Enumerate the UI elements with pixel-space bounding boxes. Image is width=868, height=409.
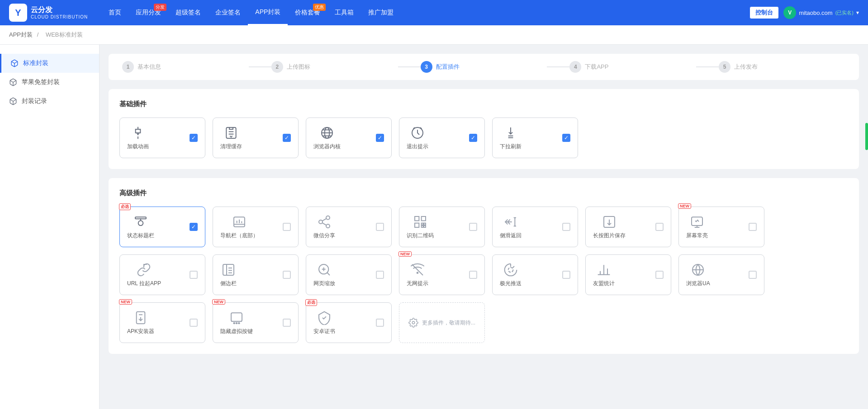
plugin-card-long-press-save[interactable]: 长按图片保存 (585, 207, 671, 247)
content-area: 1 基本信息 2 上传图标 3 配置插件 4 下载APP 5 上传发布 (100, 45, 868, 409)
plugin-card-clear-cache[interactable]: 清理缓存 ✓ (213, 118, 299, 158)
plugin-card-status-bar[interactable]: 必选 状态标题栏 ✓ (119, 207, 205, 247)
nav-home[interactable]: 首页 (101, 0, 128, 25)
checkbox-wechat-share[interactable] (376, 223, 384, 231)
plugin-card-nav-bottom[interactable]: 导航栏（底部） (213, 207, 299, 247)
plugin-card-android-cert[interactable]: 必选 安卓证书 (306, 302, 392, 343)
checkbox-android-cert[interactable] (376, 319, 384, 327)
long-press-save-icon (602, 215, 617, 229)
nav-promote[interactable]: 推广加盟 (361, 0, 401, 25)
checkbox-long-press-save[interactable] (655, 223, 664, 231)
checkbox-url-pull-app[interactable] (190, 271, 198, 279)
plugin-card-scan-qrcode[interactable]: 识别二维码 (399, 207, 485, 247)
plugin-card-screen-always-on[interactable]: NEW 屏幕常亮 (678, 207, 764, 247)
plugin-card-browser-core[interactable]: 浏览器内核 ✓ (306, 118, 392, 158)
checkbox-clear-cache[interactable]: ✓ (283, 134, 291, 142)
sidebar-item-wrap-records[interactable]: 封装记录 (0, 92, 99, 111)
user-verified-badge: (已实名) (835, 9, 854, 16)
plugin-name-long-press-save: 长按图片保存 (593, 232, 626, 240)
step-2: 2 上传图标 (271, 61, 398, 73)
plugin-card-left-hidden-btn: 隐藏虚拟按键 (220, 310, 253, 335)
checkbox-web-zoom[interactable] (376, 271, 384, 279)
plugin-card-swipe-back[interactable]: 侧滑返回 (492, 207, 578, 247)
main-nav: 首页 应用分发 分发 超级签名 企业签名 APP封装 价格套餐 优惠 工具箱 推… (101, 0, 749, 25)
basic-plugins-grid: 加载动画 ✓ (119, 118, 848, 158)
nav-bottom-icon (232, 215, 247, 229)
plugin-name-url-pull-app: URL 拉起APP (127, 280, 161, 287)
breadcrumb-current: WEB标准封装 (46, 31, 83, 38)
web-zoom-icon (317, 263, 332, 277)
checkbox-sidebar-panel[interactable] (283, 271, 291, 279)
checkbox-jiguang-push[interactable] (562, 271, 570, 279)
nav-toolbox[interactable]: 工具箱 (327, 0, 361, 25)
jiguang-push-icon (503, 263, 518, 277)
plugin-card-hidden-btn[interactable]: NEW 隐藏虚拟按键 (213, 302, 299, 343)
checkbox-youmeng-stat[interactable] (655, 271, 664, 279)
nav-app-wrap[interactable]: APP封装 (248, 0, 288, 25)
checkbox-browser-ua[interactable] (749, 271, 757, 279)
plugin-card-url-pull-app[interactable]: URL 拉起APP (119, 254, 205, 295)
svg-point-18 (138, 221, 143, 226)
plugin-card-left-wechat-share: 微信分享 (313, 215, 335, 240)
youmeng-stat-icon (597, 263, 611, 277)
plugin-card-left-youmeng-stat: 友盟统计 (593, 263, 615, 287)
checkbox-browser-core[interactable]: ✓ (376, 134, 384, 142)
plugin-name-wechat-share: 微信分享 (313, 232, 335, 240)
nav-pricing[interactable]: 价格套餐 优惠 (288, 0, 327, 25)
checkbox-status-bar[interactable]: ✓ (190, 223, 198, 231)
sidebar-item-apple-free[interactable]: 苹果免签封装 (0, 73, 99, 92)
plugin-name-hidden-btn: 隐藏虚拟按键 (220, 328, 253, 335)
checkbox-load-anim[interactable]: ✓ (190, 134, 198, 142)
step-label-1: 基本信息 (138, 63, 161, 71)
plugin-card-left-no-network: 无网提示 (407, 263, 428, 287)
plugin-card-load-anim[interactable]: 加载动画 ✓ (119, 118, 205, 158)
plugin-card-web-zoom[interactable]: 网页缩放 (306, 254, 392, 295)
breadcrumb-parent[interactable]: APP封装 (9, 31, 33, 38)
checkbox-hidden-btn[interactable] (283, 319, 291, 327)
plugin-card-no-network[interactable]: NEW 无网提示 (399, 254, 485, 295)
sidebar-item-standard-wrap[interactable]: 标准封装 (0, 54, 99, 73)
nav-super-sign[interactable]: 超级签名 (168, 0, 208, 25)
checkbox-scan-qrcode[interactable] (469, 223, 477, 231)
nav-corp-sign[interactable]: 企业签名 (208, 0, 248, 25)
sidebar: 标准封装 苹果免签封装 封装记录 (0, 45, 100, 409)
user-info[interactable]: V mitaobo.com (已实名) ▾ (783, 6, 859, 19)
logo-sub: CLOUD DISTRIBUTION (31, 14, 88, 20)
plugin-card-apk-installer[interactable]: NEW APK安装器 (119, 302, 205, 343)
plugin-card-wechat-share[interactable]: 微信分享 (306, 207, 392, 247)
plugin-name-browser-ua: 浏览器UA (686, 280, 710, 287)
checkbox-no-network[interactable] (469, 271, 477, 279)
pull-refresh-icon (503, 126, 518, 140)
plugin-card-pull-refresh[interactable]: 下拉刷新 ✓ (492, 118, 578, 158)
plugin-name-exit-prompt: 退出提示 (407, 143, 428, 150)
plugin-card-browser-ua[interactable]: 浏览器UA (678, 254, 764, 295)
nav-app-dist[interactable]: 应用分发 分发 (128, 0, 168, 25)
checkbox-apk-installer[interactable] (190, 319, 198, 327)
plugin-card-jiguang-push[interactable]: 极光推送 (492, 254, 578, 295)
plugin-card-youmeng-stat[interactable]: 友盟统计 (585, 254, 671, 295)
header-right: 控制台 V mitaobo.com (已实名) ▾ (749, 6, 859, 19)
advanced-plugins-section: 高级插件 必选 状态标题栏 ✓ (109, 178, 859, 354)
plugin-card-exit-prompt[interactable]: 退出提示 ✓ (399, 118, 485, 158)
checkbox-pull-refresh[interactable]: ✓ (562, 134, 570, 142)
checkbox-screen-always-on[interactable] (749, 223, 757, 231)
plugin-card-left-load-anim: 加载动画 (127, 126, 149, 150)
logo-main: 云分发 (31, 5, 88, 14)
plugin-name-apk-installer: APK安装器 (127, 328, 154, 335)
badge-required-android-cert: 必选 (305, 299, 317, 306)
checkbox-exit-prompt[interactable]: ✓ (469, 134, 477, 142)
logo-icon: Y (9, 4, 27, 22)
checkbox-nav-bottom[interactable] (283, 223, 291, 231)
more-plugins-text: 更多插件，敬请期待... (422, 319, 475, 327)
ctrl-console-btn[interactable]: 控制台 (749, 6, 779, 19)
plugin-card-left-nav-bottom: 导航栏（底部） (220, 215, 258, 240)
plugin-card-left-screen-always-on: 屏幕常亮 (686, 215, 708, 240)
step-sep-4 (696, 66, 719, 67)
step-circle-5: 5 (719, 61, 730, 73)
plugin-card-sidebar-panel[interactable]: 侧边栏 (213, 254, 299, 295)
svg-point-71 (236, 322, 237, 324)
plugin-name-browser-core: 浏览器内核 (313, 143, 341, 150)
svg-point-55 (417, 272, 418, 273)
checkbox-swipe-back[interactable] (562, 223, 570, 231)
svg-rect-30 (415, 216, 419, 221)
